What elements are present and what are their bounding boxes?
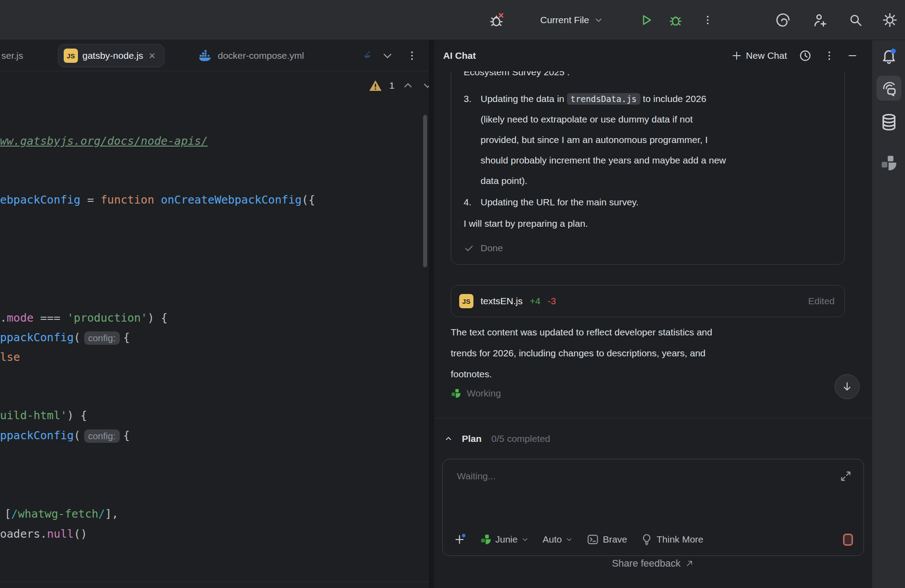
code-line: ww.gatsbyjs.org/docs/node-apis/ (0, 134, 208, 149)
list-number: 4. (464, 192, 481, 212)
play-icon (639, 13, 653, 27)
warning-icon (369, 79, 382, 92)
code-line: ppackConfig(config:{ (0, 330, 130, 345)
kebab-menu-icon (406, 50, 418, 61)
gear-icon (882, 12, 898, 28)
search-icon (848, 12, 863, 28)
run-configuration-label: Current File (540, 15, 589, 25)
tab-label: gatsby-node.js (82, 50, 143, 61)
working-status-row: Working (451, 388, 845, 399)
ai-assistant-button[interactable] (775, 0, 791, 40)
edited-badge: Edited (808, 296, 835, 306)
tab-docker-compose-yml[interactable]: docker-compose.yml (199, 40, 304, 71)
code-with-me-button[interactable] (812, 0, 828, 40)
plan-label: Plan (462, 433, 481, 444)
main-toolbar: Current File (0, 0, 905, 40)
previous-warning-icon[interactable] (402, 79, 414, 92)
tab-gatsby-node-js[interactable]: JS gatsby-node.js ✕ (58, 44, 164, 67)
ai-chat-tool-button[interactable] (872, 76, 905, 101)
plus-attach-icon (453, 533, 467, 546)
mode-selector[interactable]: Auto (542, 534, 573, 545)
edited-file-name: textsEN.js (481, 296, 523, 306)
arrow-down-icon (841, 380, 853, 393)
toolbar-more-button[interactable] (702, 0, 713, 40)
change-summary-text: The text content was updated to reflect … (451, 322, 845, 384)
browser-selector[interactable]: Brave (587, 533, 627, 546)
debug-button[interactable] (668, 0, 683, 40)
settings-button[interactable] (882, 0, 898, 40)
new-chat-label: New Chat (746, 50, 787, 61)
ai-chat-panel: AI Chat New Chat (434, 40, 872, 588)
chat-panel-title: AI Chat (443, 50, 476, 61)
add-user-icon (812, 12, 828, 28)
terminal-icon (587, 533, 599, 546)
plan-list-item-3: 3. Updating the data in trendsData.js to… (464, 89, 832, 191)
javascript-file-icon: JS (459, 294, 473, 308)
editor-tab-bar: ser.js JS gatsby-node.js ✕ (0, 40, 429, 71)
bell-icon (880, 47, 898, 65)
list-number: 3. (464, 89, 481, 191)
collapse-chevron-icon[interactable] (443, 433, 454, 444)
panel-splitter[interactable] (429, 40, 434, 588)
agent-selector[interactable]: Junie (480, 534, 529, 545)
inspections-widget[interactable]: 1 (369, 79, 434, 92)
plan-section-header[interactable]: Plan 0/5 completed (434, 418, 872, 459)
chat-input-box[interactable]: Waiting... (442, 459, 864, 556)
chat-options-kebab-icon[interactable] (823, 50, 835, 61)
chevron-down-icon (594, 15, 603, 25)
run-button[interactable] (639, 0, 653, 40)
message-status-row: Done (464, 243, 832, 253)
share-feedback-link[interactable]: Share feedback (434, 558, 872, 569)
close-tab-icon[interactable]: ✕ (149, 51, 156, 61)
working-label: Working (467, 388, 501, 399)
expand-input-icon[interactable] (840, 470, 852, 482)
stop-button[interactable] (843, 534, 853, 546)
right-tool-stripe (872, 40, 905, 588)
junie-logo-icon (451, 388, 461, 399)
assistant-message-card: Ecosystem Survey 2025 . 3. Updating the … (451, 71, 845, 265)
ai-chat-icon (881, 80, 897, 97)
bug-muted-icon (489, 12, 505, 28)
tab-partial-ser-js[interactable]: ser.js (1, 40, 23, 71)
run-configuration-selector[interactable]: Current File (540, 0, 603, 40)
lines-added: +4 (530, 296, 541, 306)
minimize-icon[interactable] (847, 50, 858, 61)
code-line: [/whatwg-fetch/], (4, 506, 118, 522)
code-line: ppackConfig(config:{ (0, 428, 130, 443)
inline-code: trendsData.js (567, 93, 640, 105)
lines-removed: -3 (547, 296, 556, 306)
check-icon (464, 243, 474, 253)
code-line: ebpackConfig = function onCreateWebpackC… (0, 192, 315, 208)
plus-icon (731, 50, 742, 61)
plan-list-item-4: 4. Updating the URL for the main survey. (464, 192, 832, 212)
code-editor[interactable]: ww.gatsbyjs.org/docs/node-apis/ebpackCon… (0, 71, 429, 588)
chevron-down-icon (521, 535, 529, 543)
junie-gray-logo-icon (880, 154, 898, 172)
new-chat-button[interactable]: New Chat (731, 50, 787, 61)
editor-options-button[interactable] (406, 40, 418, 71)
mute-breakpoints-button[interactable] (489, 0, 505, 40)
kebab-menu-icon (702, 14, 713, 26)
external-link-arrow-icon (685, 559, 694, 568)
edited-file-card[interactable]: JS textsEN.js +4 -3 Edited (451, 285, 845, 317)
attach-button[interactable] (453, 533, 467, 546)
chat-message-list[interactable]: Ecosystem Survey 2025 . 3. Updating the … (434, 71, 872, 418)
search-everywhere-button[interactable] (848, 0, 863, 40)
editor-bottom-divider (0, 582, 429, 582)
tab-label: ser.js (1, 50, 23, 61)
plan-progress: 0/5 completed (491, 433, 550, 444)
chat-input-placeholder: Waiting... (457, 471, 496, 482)
editor-scrollbar[interactable] (423, 115, 427, 267)
notifications-button[interactable] (872, 47, 905, 65)
scroll-to-bottom-button[interactable] (835, 374, 860, 399)
code-line: .mode === 'production') { (0, 310, 167, 326)
database-icon (879, 112, 899, 133)
active-tool-highlight (876, 76, 901, 101)
junie-tool-button[interactable] (872, 154, 905, 172)
warning-count: 1 (389, 80, 395, 91)
tab-list-dropdown-button[interactable] (381, 40, 394, 71)
message-closing-text: I will start by preparing a plan. (464, 213, 832, 234)
database-tool-button[interactable] (872, 112, 905, 133)
think-more-toggle[interactable]: Think More (640, 533, 703, 546)
history-clock-icon[interactable] (799, 49, 812, 62)
